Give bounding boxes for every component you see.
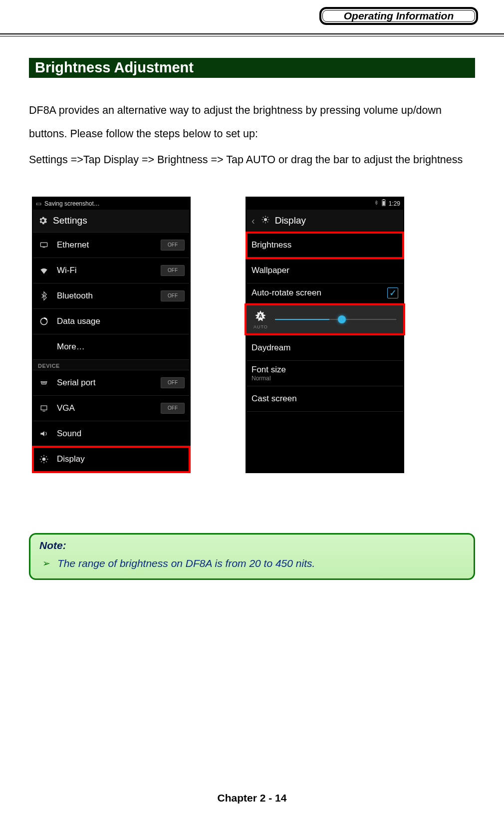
screenshot-settings: ▭ Saving screenshot… Settings Ethernet O…	[32, 197, 191, 473]
settings-row-serial-port[interactable]: Serial port OFF	[33, 370, 190, 396]
toggle-off[interactable]: OFF	[161, 240, 185, 251]
row-label: Sound	[57, 429, 185, 439]
svg-rect-10	[382, 201, 385, 206]
note-item: ➢ The range of brightness on DF8A is fro…	[39, 557, 465, 569]
display-icon	[38, 454, 50, 464]
toggle-off[interactable]: OFF	[161, 377, 185, 388]
svg-rect-0	[40, 243, 47, 247]
settings-row-sound[interactable]: Sound	[33, 421, 190, 447]
svg-rect-1	[43, 247, 45, 248]
display-row-font-size[interactable]: Font size Normal	[247, 361, 403, 386]
toggle-off[interactable]: OFF	[161, 403, 185, 414]
battery-icon	[382, 199, 386, 208]
data-usage-icon	[38, 316, 50, 326]
statusbar-text: Saving screenshot…	[44, 200, 100, 207]
note-text: The range of brightness on DF8A is from …	[57, 557, 315, 569]
settings-row-data-usage[interactable]: Data usage	[33, 309, 190, 334]
sound-icon	[38, 429, 50, 439]
brightness-slider[interactable]	[275, 319, 396, 320]
chapter-tab: Operating Information	[319, 7, 478, 25]
paragraph-1: DF8A provides an alternative way to adju…	[29, 99, 475, 146]
brightness-slider-popup: A AUTO	[245, 303, 405, 335]
row-sublabel: Normal	[252, 375, 398, 382]
screenshot-display: 1:29 ‹ Display Brightness Wallpaper Auto…	[246, 197, 404, 473]
paragraph-2: Settings =>Tap Display => Brightness => …	[29, 148, 475, 172]
screenshot-status-icon: ▭	[36, 200, 41, 207]
settings-row-bluetooth[interactable]: Bluetooth OFF	[33, 283, 190, 309]
note-title: Note:	[39, 540, 465, 551]
settings-row-vga[interactable]: VGA OFF	[33, 396, 190, 421]
statusbar-time: 1:29	[389, 200, 400, 207]
display-title: Display	[275, 215, 306, 226]
slider-fill	[275, 319, 329, 320]
section-heading-text: Brightness Adjustment	[35, 59, 194, 75]
settings-title: Settings	[53, 215, 87, 226]
vga-icon	[38, 403, 50, 413]
display-row-auto-rotate[interactable]: Auto-rotate screen	[247, 283, 403, 303]
ethernet-icon	[38, 240, 50, 250]
back-chevron-icon[interactable]: ‹	[252, 215, 255, 227]
status-bar: ▭ Saving screenshot…	[33, 198, 190, 210]
svg-point-5	[45, 382, 45, 383]
display-header[interactable]: ‹ Display	[247, 210, 403, 233]
row-label: Bluetooth	[57, 291, 154, 301]
svg-text:A: A	[259, 313, 263, 319]
serial-port-icon	[38, 378, 50, 388]
slider-thumb[interactable]	[338, 315, 346, 323]
display-row-daydream[interactable]: Daydream	[247, 335, 403, 361]
body-text: DF8A provides an alternative way to adju…	[29, 99, 475, 172]
bluetooth-status-icon	[374, 200, 379, 207]
svg-point-4	[44, 382, 44, 383]
bluetooth-icon	[38, 291, 50, 301]
row-label: Wallpaper	[252, 266, 398, 275]
row-label: Ethernet	[57, 240, 154, 250]
row-label: More…	[57, 342, 185, 352]
settings-row-display[interactable]: Display	[33, 447, 190, 472]
svg-rect-6	[41, 406, 47, 410]
svg-point-11	[264, 218, 267, 221]
row-label: Data usage	[57, 316, 185, 326]
display-row-brightness[interactable]: Brightness	[247, 233, 403, 258]
row-label: Font size	[252, 365, 398, 375]
header-rule	[0, 33, 504, 36]
section-header-device: DEVICE	[33, 360, 190, 370]
row-label: Daydream	[252, 343, 398, 353]
row-label: Brightness	[252, 240, 398, 250]
row-label: Display	[57, 454, 185, 464]
row-label: Cast screen	[252, 394, 398, 404]
svg-rect-9	[383, 199, 384, 200]
display-icon	[261, 215, 270, 227]
wifi-icon	[38, 266, 50, 275]
settings-row-ethernet[interactable]: Ethernet OFF	[33, 233, 190, 258]
settings-row-wifi[interactable]: Wi-Fi OFF	[33, 258, 190, 283]
row-label: VGA	[57, 403, 154, 413]
display-row-wallpaper[interactable]: Wallpaper	[247, 258, 403, 283]
toggle-off[interactable]: OFF	[161, 290, 185, 301]
note-box: Note: ➢ The range of brightness on DF8A …	[29, 533, 475, 580]
row-label: Auto-rotate screen	[252, 288, 380, 298]
section-heading: Brightness Adjustment	[29, 58, 475, 78]
settings-header: Settings	[33, 210, 190, 233]
settings-row-more[interactable]: More…	[33, 334, 190, 360]
gear-icon	[38, 216, 48, 226]
svg-point-7	[42, 458, 46, 461]
bullet-arrow-icon: ➢	[42, 557, 50, 569]
chapter-tab-text: Operating Information	[344, 10, 454, 22]
auto-label: AUTO	[253, 324, 268, 329]
row-label: Serial port	[57, 378, 154, 388]
page-footer: Chapter 2 - 14	[0, 792, 504, 804]
display-row-cast-screen[interactable]: Cast screen	[247, 386, 403, 412]
auto-brightness-icon[interactable]: A	[253, 309, 267, 323]
row-label: Wi-Fi	[57, 266, 154, 275]
toggle-off[interactable]: OFF	[161, 265, 185, 276]
svg-point-3	[42, 382, 43, 383]
status-bar: 1:29	[247, 198, 403, 210]
footer-text: Chapter 2 - 14	[218, 792, 287, 804]
